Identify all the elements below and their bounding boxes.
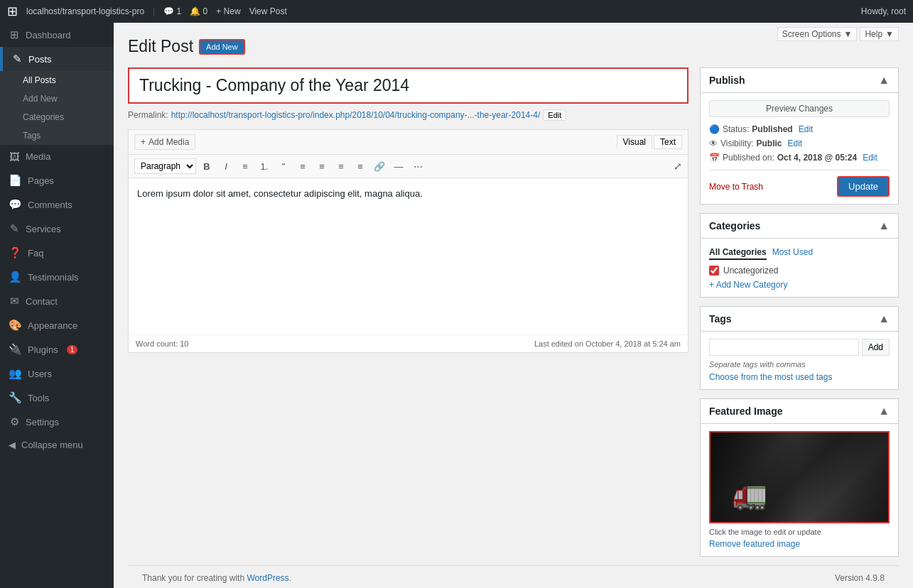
unordered-list-button[interactable]: ≡ — [237, 158, 254, 175]
italic-button[interactable]: I — [217, 158, 234, 175]
categories-box-toggle[interactable]: ▲ — [878, 219, 890, 232]
publish-box-header[interactable]: Publish ▲ — [701, 68, 898, 93]
tags-input[interactable] — [709, 339, 859, 356]
most-used-categories-tab[interactable]: Most Used — [772, 246, 813, 260]
align-left-button[interactable]: ≡ — [294, 158, 311, 175]
truck-icon: 🚛 — [732, 478, 767, 511]
status-icon: 🔵 — [709, 124, 720, 134]
tags-box-content: Add Separate tags with commas Choose fro… — [701, 332, 898, 389]
sidebar-item-contact[interactable]: ✉ Contact — [0, 289, 114, 313]
sidebar-item-settings[interactable]: ⚙ Settings — [0, 410, 114, 434]
featured-image-placeholder: 🚛 — [711, 432, 888, 522]
sidebar-item-appearance[interactable]: 🎨 Appearance — [0, 313, 114, 337]
sidebar-item-label: Dashboard — [26, 30, 71, 40]
read-more-button[interactable]: — — [390, 158, 407, 175]
publish-box-toggle[interactable]: ▲ — [878, 74, 890, 87]
main-content: Edit Post Add New Permalink: http://loca… — [114, 23, 913, 588]
align-justify-button[interactable]: ≡ — [352, 158, 369, 175]
tags-box-toggle[interactable]: ▲ — [878, 312, 890, 325]
sidebar-item-comments[interactable]: 💬 Comments — [0, 192, 114, 217]
publish-box-content: Preview Changes 🔵 Status: Published Edit… — [701, 93, 898, 204]
published-on-label: Published on: — [723, 153, 774, 163]
paragraph-format-select[interactable]: Paragraph Heading 1 Heading 2 Heading 3 — [134, 158, 196, 174]
update-button[interactable]: Update — [837, 176, 890, 197]
add-new-category-link[interactable]: + Add New Category — [709, 280, 890, 290]
published-on-edit-link[interactable]: Edit — [863, 153, 877, 163]
text-tab[interactable]: Text — [654, 135, 682, 149]
footer-thank-you: Thank you for creating with WordPress. — [142, 573, 291, 583]
collapse-menu-icon: ◀ — [9, 440, 16, 450]
visibility-label: Visibility: — [720, 138, 753, 148]
sidebar-item-plugins[interactable]: 🔌 Plugins 1 — [0, 337, 114, 361]
visibility-edit-link[interactable]: Edit — [787, 138, 802, 148]
category-tabs: All Categories Most Used — [709, 246, 890, 260]
wp-logo-icon[interactable]: ⊞ — [7, 4, 18, 19]
plugins-badge: 1 — [67, 345, 78, 354]
category-checkbox-uncategorized[interactable] — [709, 266, 719, 276]
bold-button[interactable]: B — [198, 158, 215, 175]
categories-box-header[interactable]: Categories ▲ — [701, 214, 898, 239]
toolbar-toggle-button[interactable]: ⋯ — [409, 158, 426, 175]
categories-box-content: All Categories Most Used Uncategorized +… — [701, 239, 898, 297]
sidebar-item-users[interactable]: 👥 Users — [0, 361, 114, 386]
editor-text: Lorem ipsum dolor sit amet, consectetur … — [137, 188, 423, 199]
add-new-button[interactable]: Add New — [199, 39, 245, 55]
sidebar-item-tools[interactable]: 🔧 Tools — [0, 386, 114, 410]
featured-image-box-toggle[interactable]: ▲ — [878, 405, 890, 418]
updates-notif[interactable]: 🔔 0 — [190, 6, 207, 16]
post-body: Permalink: http://localhost/transport-lo… — [128, 67, 899, 565]
comments-icon: 💬 — [9, 198, 22, 211]
remove-featured-image-link[interactable]: Remove featured image — [709, 539, 890, 549]
status-edit-link[interactable]: Edit — [799, 124, 814, 134]
sidebar-item-services[interactable]: ✎ Services — [0, 217, 114, 241]
featured-image-container[interactable]: 🚛 — [709, 431, 890, 523]
visual-tab[interactable]: Visual — [617, 135, 652, 149]
sidebar-item-label: Faq — [28, 248, 43, 258]
post-sidebar: Publish ▲ Preview Changes 🔵 Status: Publ… — [700, 67, 899, 565]
submenu-item-add-new[interactable]: Add New — [0, 89, 114, 108]
howdy-text: Howdy, root — [861, 6, 906, 16]
featured-image-box-header[interactable]: Featured Image ▲ — [701, 399, 898, 424]
post-title-input[interactable] — [129, 69, 687, 102]
align-right-button[interactable]: ≡ — [333, 158, 350, 175]
blockquote-button[interactable]: " — [275, 158, 292, 175]
expand-editor-button[interactable]: ⤢ — [674, 160, 682, 172]
view-post-adminbar[interactable]: View Post — [249, 6, 287, 16]
submenu-item-categories[interactable]: Categories — [0, 108, 114, 126]
add-media-button[interactable]: + Add Media — [134, 134, 195, 150]
all-categories-tab[interactable]: All Categories — [709, 246, 767, 260]
add-new-adminbar[interactable]: + New — [216, 6, 240, 16]
ordered-list-button[interactable]: 1. — [256, 158, 273, 175]
comments-notif[interactable]: 💬 1 — [163, 6, 181, 16]
preview-changes-button[interactable]: Preview Changes — [709, 100, 890, 117]
testimonials-icon: 👤 — [9, 271, 22, 283]
dashboard-icon: ⊞ — [9, 28, 20, 41]
site-name-link[interactable]: localhost/transport-logistics-pro — [26, 6, 144, 16]
editor-content-area[interactable]: Lorem ipsum dolor sit amet, consectetur … — [129, 178, 688, 334]
permalink-url[interactable]: http://localhost/transport-logistics-pro… — [171, 110, 541, 120]
insert-link-button[interactable]: 🔗 — [371, 158, 388, 175]
screen-meta-buttons: Screen Options ▼ Help ▼ — [777, 27, 899, 41]
sidebar-item-dashboard[interactable]: ⊞ Dashboard — [0, 23, 114, 47]
screen-options-toggle[interactable]: Screen Options ▼ — [777, 27, 858, 41]
sidebar-item-posts[interactable]: ✎ Posts All Posts Add New Categories Tag… — [0, 47, 114, 145]
submenu-item-tags[interactable]: Tags — [0, 126, 114, 145]
submenu-item-all-posts[interactable]: All Posts — [0, 71, 114, 89]
wordpress-link[interactable]: WordPress — [247, 573, 288, 583]
sidebar-item-testimonials[interactable]: 👤 Testimonials — [0, 265, 114, 289]
adminbar-separator: | — [153, 6, 155, 16]
tags-box-header[interactable]: Tags ▲ — [701, 307, 898, 332]
help-toggle[interactable]: Help ▼ — [860, 27, 899, 41]
edit-slug-button[interactable]: Edit — [543, 109, 566, 121]
move-to-trash-link[interactable]: Move to Trash — [709, 182, 763, 192]
add-tag-button[interactable]: Add — [862, 339, 890, 356]
align-center-button[interactable]: ≡ — [313, 158, 330, 175]
sidebar-item-label: Services — [26, 224, 61, 234]
collapse-menu-button[interactable]: ◀ Collapse menu — [0, 434, 114, 456]
sidebar-item-media[interactable]: 🖼 Media — [0, 145, 114, 168]
permalink-row: Permalink: http://localhost/transport-lo… — [128, 109, 688, 121]
choose-tags-link[interactable]: Choose from the most used tags — [709, 372, 832, 382]
sidebar-item-faq[interactable]: ❓ Faq — [0, 241, 114, 265]
contact-icon: ✉ — [9, 295, 20, 307]
sidebar-item-pages[interactable]: 📄 Pages — [0, 168, 114, 192]
